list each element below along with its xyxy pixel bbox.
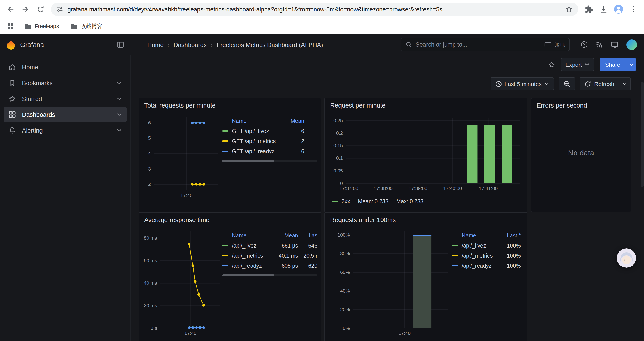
legend: 2xx Mean: 0.233 Max: 0.233 (328, 198, 524, 204)
profile-avatar[interactable] (612, 2, 626, 16)
svg-text:0.25: 0.25 (334, 118, 343, 123)
zoom-out-button[interactable] (559, 77, 576, 90)
url-bar[interactable]: grafana.mathmast.com/d/deytv4rwavabkb/fr… (51, 3, 578, 16)
svg-text:0: 0 (340, 181, 343, 186)
panel-title[interactable]: Total requests per minute (139, 98, 321, 112)
legend-col-header[interactable]: Name (222, 232, 272, 238)
time-controls: Last 5 minutes Refresh (131, 74, 644, 94)
legend-scrollbar[interactable] (222, 274, 318, 276)
series-color-dash (222, 140, 228, 142)
series-name: GET /api/_livez (232, 128, 269, 134)
chevron-down-icon[interactable] (116, 80, 122, 86)
bookmark-item[interactable]: Freeleaps (24, 23, 59, 30)
extensions-icon[interactable] (582, 2, 596, 16)
legend-col-header[interactable]: Last * (498, 232, 521, 238)
legend-row[interactable]: GET /api/_readyz6 (222, 146, 318, 156)
sidebar-item-dashboards[interactable]: Dashboards (4, 107, 127, 122)
timeseries-chart[interactable]: 6543217:40 (142, 112, 222, 204)
chevron-down-icon[interactable] (116, 112, 122, 117)
legend-row[interactable]: /api/_readyz100% (452, 261, 524, 271)
user-avatar[interactable] (626, 39, 637, 50)
legend-table: NameLast */api/_livez100%/api/_metrics10… (452, 226, 524, 271)
legend-col-header[interactable]: Name (452, 232, 498, 238)
legend-col-header[interactable]: Name (222, 118, 282, 124)
search-icon (406, 41, 412, 48)
series-color-dash (452, 245, 458, 246)
bar-chart[interactable]: 100%80%60%40%20%0%17:40 (328, 226, 452, 338)
breadcrumb-item[interactable]: Home (147, 41, 164, 48)
svg-text:60 ms: 60 ms (144, 258, 157, 263)
chevron-down-icon (584, 62, 590, 67)
panel-requests-under-100ms: Requests under 100ms 100%80%60%40%20%0%1… (324, 212, 528, 341)
legend-header: NameMeanLas (222, 230, 318, 240)
help-icon[interactable] (580, 41, 588, 48)
breadcrumb-item[interactable]: Dashboards (174, 41, 207, 48)
header-icons (580, 39, 637, 50)
legend-row[interactable]: GET /api/_metrics2 (222, 136, 318, 146)
display-icon[interactable] (611, 41, 618, 49)
favorite-star-icon[interactable] (548, 61, 555, 68)
puzzle-icon (584, 5, 593, 14)
page-scrollbar[interactable] (641, 82, 644, 187)
legend-row[interactable]: /api/_livez661 µs646 (222, 240, 318, 251)
sidebar-item-home[interactable]: Home (4, 60, 127, 75)
legend-row[interactable]: /api/_metrics40.1 ms20.5 r (222, 251, 318, 261)
sidebar-nav: HomeBookmarksStarredDashboardsAlerting (4, 60, 127, 138)
refresh-button[interactable]: Refresh (580, 78, 618, 90)
dock-sidebar-icon[interactable] (116, 41, 124, 49)
legend-row[interactable]: GET /api/_livez6 (222, 126, 318, 136)
back-button[interactable] (4, 2, 18, 16)
panel-title[interactable]: Requests under 100ms (325, 213, 527, 226)
legend-row[interactable]: /api/_metrics100% (452, 251, 524, 261)
breadcrumb-item: Freeleaps Metrics Dashboard (ALPHA) (216, 41, 323, 48)
svg-text:20%: 20% (340, 307, 350, 312)
sidebar-item-bookmarks[interactable]: Bookmarks (4, 76, 127, 90)
bookmark-item[interactable]: 收藏博客 (70, 23, 102, 30)
share-button[interactable]: Share (600, 58, 626, 71)
series-name: /api/_livez (232, 242, 256, 249)
timeseries-chart[interactable]: 80 ms60 ms40 ms20 ms0 s17:40 (142, 226, 222, 338)
bookmark-label: 收藏博客 (80, 23, 102, 30)
panel-title[interactable]: Average response time (139, 213, 321, 226)
legend-col-header[interactable]: Mean (282, 118, 304, 124)
forward-button[interactable] (18, 2, 32, 16)
site-info-icon[interactable] (56, 6, 63, 13)
browser-menu-button[interactable] (626, 2, 640, 16)
sidebar-item-alerting[interactable]: Alerting (4, 123, 127, 138)
bar-chart[interactable]: 0.250.20.150.10.05017:37:0017:38:0017:39… (328, 112, 524, 196)
browser-chrome: grafana.mathmast.com/d/deytv4rwavabkb/fr… (0, 0, 644, 34)
time-range-picker[interactable]: Last 5 minutes (490, 77, 554, 90)
person-icon (614, 5, 624, 14)
legend-col-header[interactable]: Mean (272, 232, 298, 238)
legend-col-header[interactable]: Las (298, 232, 318, 238)
reload-button[interactable] (33, 2, 47, 16)
export-button[interactable]: Export (560, 58, 594, 71)
folder-icon (24, 23, 32, 30)
reload-icon (36, 5, 44, 14)
share-menu-button[interactable] (626, 58, 636, 71)
panel-errors-per-second: Errors per second No data (531, 98, 631, 212)
chevron-down-icon[interactable] (116, 128, 122, 133)
dashboard-main: Export Share Last 5 minutes (131, 55, 644, 341)
refresh-interval-button[interactable] (618, 78, 630, 90)
legend-scrollbar[interactable] (222, 160, 318, 162)
news-rss-icon[interactable] (596, 41, 603, 48)
sidebar-item-label: Starred (22, 95, 42, 102)
url-text[interactable]: grafana.mathmast.com/d/deytv4rwavabkb/fr… (68, 6, 561, 13)
sidebar-item-label: Alerting (22, 127, 43, 134)
legend-row[interactable]: /api/_readyz605 µs620 (222, 261, 318, 271)
downloads-icon[interactable] (597, 2, 611, 16)
chevron-down-icon[interactable] (116, 96, 122, 101)
grafana-logo[interactable] (6, 40, 16, 49)
bookmarks-bar: Freeleaps收藏博客 (0, 19, 644, 34)
bookmark-star-icon[interactable] (565, 5, 573, 13)
assistant-avatar[interactable] (617, 248, 636, 268)
bookmark-icon (8, 79, 16, 87)
legend-row[interactable]: /api/_livez100% (452, 240, 524, 251)
legend-series-label[interactable]: 2xx (342, 198, 350, 204)
bookmark-apps-icon[interactable] (7, 23, 14, 30)
panel-title[interactable]: Request per minute (325, 98, 527, 112)
search-input[interactable]: Search or jump to... ⌘+k (401, 38, 570, 51)
panel-title[interactable]: Errors per second (531, 98, 631, 112)
sidebar-item-starred[interactable]: Starred (4, 91, 127, 106)
